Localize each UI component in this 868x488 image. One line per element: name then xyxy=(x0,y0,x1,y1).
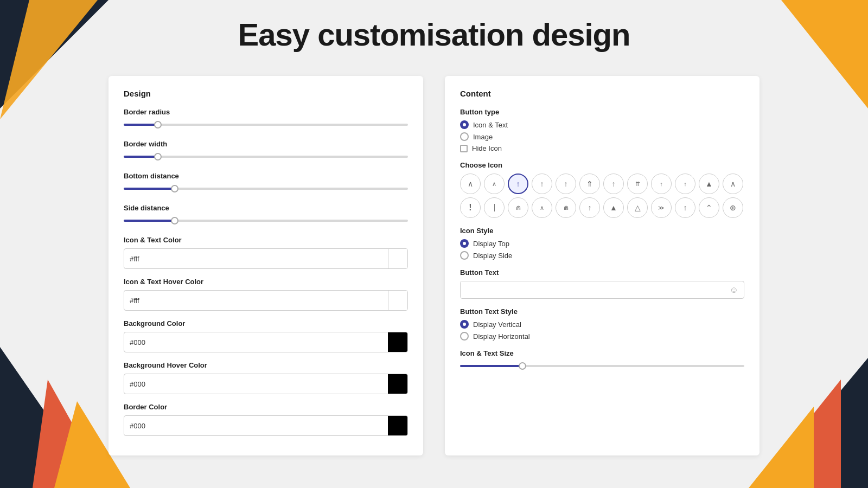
design-panel-title: Design xyxy=(124,89,408,98)
border-radius-label: Border radius xyxy=(124,108,408,116)
button-text-label: Button Text xyxy=(460,268,744,277)
background-hover-color-input[interactable] xyxy=(124,376,388,392)
icon-btn-6[interactable]: ↑ xyxy=(603,174,624,194)
icon-style-display-side[interactable]: Display Side xyxy=(460,251,744,260)
icon-btn-17[interactable]: ↑ xyxy=(579,197,600,218)
radio-display-side-label: Display Side xyxy=(473,252,512,260)
icon-text-color-input-row xyxy=(124,248,408,269)
radio-display-horizontal-label: Display Horizontal xyxy=(473,332,530,341)
background-color-swatch[interactable] xyxy=(388,332,407,352)
side-distance-label: Side distance xyxy=(124,204,408,212)
icon-text-hover-color-input[interactable] xyxy=(124,293,388,309)
icon-btn-4[interactable]: ↑ xyxy=(556,174,576,194)
emoji-icon: ☺ xyxy=(724,285,744,295)
hide-icon-label: Hide Icon xyxy=(472,144,502,152)
background-color-field: Background Color xyxy=(124,319,408,352)
border-color-swatch[interactable] xyxy=(388,416,407,435)
content-panel: Content Button type Icon & Text Image Hi… xyxy=(445,76,760,455)
icon-style-display-top[interactable]: Display Top xyxy=(460,239,744,248)
background-color-input[interactable] xyxy=(124,335,388,350)
choose-icon-label: Choose Icon xyxy=(460,161,744,169)
border-color-field: Border Color xyxy=(124,403,408,436)
button-text-input[interactable] xyxy=(461,281,724,298)
icon-text-size-slider[interactable] xyxy=(460,362,744,373)
design-panel: Design Border radius Border width Bottom xyxy=(108,76,423,455)
icon-btn-21[interactable]: ↑ xyxy=(675,197,695,218)
background-hover-color-swatch[interactable] xyxy=(388,374,407,394)
button-text-style-horizontal[interactable]: Display Horizontal xyxy=(460,332,744,341)
border-radius-slider[interactable] xyxy=(124,120,408,131)
side-distance-slider[interactable] xyxy=(124,216,408,227)
radio-display-vertical[interactable] xyxy=(460,320,469,329)
icon-btn-22[interactable]: ⌃ xyxy=(699,197,719,218)
bg-red-bottom-left xyxy=(33,380,108,488)
icon-text-hover-color-swatch[interactable] xyxy=(388,291,407,310)
icon-text-size-label: Icon & Text Size xyxy=(460,349,744,357)
icon-btn-20[interactable]: ≫ xyxy=(651,197,672,218)
radio-display-top-label: Display Top xyxy=(473,240,509,248)
bottom-distance-slider[interactable] xyxy=(124,184,408,195)
border-color-input-row xyxy=(124,415,408,436)
bottom-distance-label: Bottom distance xyxy=(124,172,408,180)
icon-grid: ∧ ∧ ↑ ↑ ↑ ⇑ ↑ ⇈ ↑ ↑ ▲ ∧ ! ⏐ ⋒ ∧ ⋒ ↑ ▲ △ … xyxy=(460,174,744,218)
icon-btn-11[interactable]: ∧ xyxy=(723,174,743,194)
icon-btn-16[interactable]: ⋒ xyxy=(556,197,576,218)
button-text-style-label: Button Text Style xyxy=(460,307,744,316)
radio-image-label: Image xyxy=(473,133,493,141)
radio-icon-text-label: Icon & Text xyxy=(473,121,508,129)
icon-btn-23[interactable]: ⊕ xyxy=(723,197,743,218)
border-width-field: Border width xyxy=(124,140,408,163)
bg-corner-bottom-left xyxy=(0,347,98,488)
icon-text-hover-color-field: Icon & Text Hover Color xyxy=(124,278,408,311)
hide-icon-row[interactable]: Hide Icon xyxy=(460,144,744,152)
icon-btn-10[interactable]: ▲ xyxy=(699,174,719,194)
page-title: Easy customisation design xyxy=(0,16,868,53)
bg-red-bottom-right xyxy=(754,380,841,488)
icon-btn-7[interactable]: ⇈ xyxy=(627,174,648,194)
border-width-slider[interactable] xyxy=(124,152,408,163)
icon-btn-3[interactable]: ↑ xyxy=(532,174,552,194)
border-color-input[interactable] xyxy=(124,418,388,434)
icon-text-hover-color-label: Icon & Text Hover Color xyxy=(124,278,408,286)
icon-btn-19[interactable]: △ xyxy=(627,197,648,218)
button-type-image[interactable]: Image xyxy=(460,132,744,141)
icon-btn-14[interactable]: ⋒ xyxy=(508,197,528,218)
icon-btn-2[interactable]: ↑ xyxy=(508,174,528,194)
button-text-input-row: ☺ xyxy=(460,281,744,299)
bg-corner-bottom-right xyxy=(760,358,868,488)
icon-text-color-field: Icon & Text Color xyxy=(124,236,408,269)
hide-icon-checkbox[interactable] xyxy=(460,145,468,152)
icon-btn-12[interactable]: ! xyxy=(460,197,481,218)
icon-btn-5[interactable]: ⇑ xyxy=(579,174,600,194)
button-type-icon-text[interactable]: Icon & Text xyxy=(460,120,744,129)
button-text-style-vertical[interactable]: Display Vertical xyxy=(460,320,744,329)
background-hover-color-field: Background Hover Color xyxy=(124,361,408,394)
icon-btn-1[interactable]: ∧ xyxy=(484,174,505,194)
icon-text-color-label: Icon & Text Color xyxy=(124,236,408,244)
border-width-label: Border width xyxy=(124,140,408,148)
icon-text-hover-color-input-row xyxy=(124,290,408,311)
radio-display-side[interactable] xyxy=(460,251,469,260)
side-distance-field: Side distance xyxy=(124,204,408,227)
icon-btn-8[interactable]: ↑ xyxy=(651,174,672,194)
radio-display-vertical-label: Display Vertical xyxy=(473,320,521,329)
icon-btn-0[interactable]: ∧ xyxy=(460,174,481,194)
icon-btn-13[interactable]: ⏐ xyxy=(484,197,505,218)
border-color-label: Border Color xyxy=(124,403,408,411)
icon-btn-9[interactable]: ↑ xyxy=(675,174,695,194)
background-color-input-row xyxy=(124,332,408,352)
background-hover-color-label: Background Hover Color xyxy=(124,361,408,369)
radio-display-horizontal[interactable] xyxy=(460,332,469,341)
icon-text-color-swatch[interactable] xyxy=(388,249,407,268)
bottom-distance-field: Bottom distance xyxy=(124,172,408,195)
radio-image[interactable] xyxy=(460,132,469,141)
border-radius-field: Border radius xyxy=(124,108,408,131)
icon-style-label: Icon Style xyxy=(460,227,744,235)
icon-text-color-input[interactable] xyxy=(124,251,388,267)
radio-icon-text[interactable] xyxy=(460,120,469,129)
radio-display-top[interactable] xyxy=(460,239,469,248)
icon-btn-15[interactable]: ∧ xyxy=(532,197,552,218)
background-hover-color-input-row xyxy=(124,374,408,394)
icon-btn-18[interactable]: ▲ xyxy=(603,197,624,218)
button-type-label: Button type xyxy=(460,108,744,116)
